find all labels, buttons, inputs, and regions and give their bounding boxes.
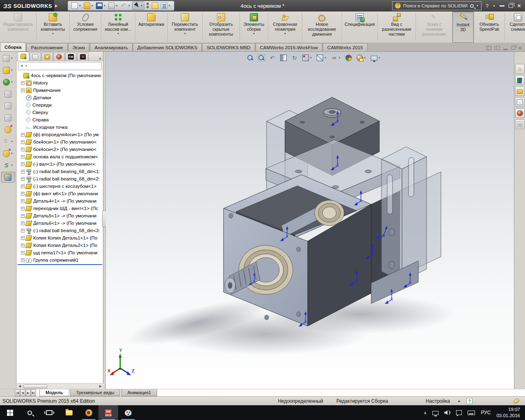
insert-component-tool[interactable]: ▼ bbox=[1, 65, 15, 75]
start-button[interactable] bbox=[0, 405, 20, 420]
chevron-down-icon[interactable]: ▼ bbox=[117, 32, 119, 35]
rotate-view-button[interactable]: ↻ bbox=[290, 54, 299, 62]
tree-item-component[interactable]: +Копия Копия Деталь1<1> (По bbox=[17, 234, 103, 242]
tree-item-component[interactable]: +Деталь6<1> -> (По умолчани bbox=[17, 219, 103, 227]
expand-toggle[interactable]: + bbox=[21, 192, 25, 196]
tab-solidworks-mbd[interactable]: SOLIDWORKS MBD bbox=[202, 43, 255, 51]
clock[interactable]: 19:07 03.01.2016 bbox=[496, 406, 520, 419]
help-button[interactable]: ? bbox=[486, 3, 488, 9]
options-button[interactable] bbox=[151, 2, 159, 10]
tree-item-origin[interactable]: ↕↔Исходная точка bbox=[17, 123, 103, 131]
hidden-tool-1[interactable] bbox=[1, 100, 15, 111]
apply-scene-button[interactable]: ▼ bbox=[356, 54, 367, 62]
custom-properties-tab[interactable] bbox=[515, 119, 525, 129]
show-hidden-components-button[interactable]: Отобразить скрытые компоненты bbox=[203, 11, 240, 43]
reference-geometry-button[interactable]: Справочная геометрия▼ bbox=[268, 11, 302, 43]
menu-expand-arrow-icon[interactable]: ▶ bbox=[55, 4, 58, 8]
component-pattern-tool[interactable]: ▼ bbox=[1, 136, 15, 147]
tab-animation1[interactable]: Анимация1 bbox=[121, 389, 157, 396]
feature-manager-tab[interactable] bbox=[18, 52, 29, 61]
help-dropdown-icon[interactable]: ▼ bbox=[493, 5, 495, 7]
take-snapshot-button[interactable]: Сделать снимок bbox=[505, 11, 525, 43]
exploded-view-button[interactable]: Вид с разнесенными частями bbox=[378, 11, 415, 43]
chevron-down-icon[interactable]: ▼ bbox=[253, 32, 255, 35]
mate-tool[interactable]: ▼ bbox=[1, 77, 15, 87]
instant-3d-button[interactable]: Instant 3D bbox=[452, 11, 474, 43]
scrollbar-thumb[interactable] bbox=[23, 384, 47, 388]
custom-status[interactable]: Настройка bbox=[419, 398, 457, 404]
home-tab[interactable]: ⌂ bbox=[515, 64, 525, 74]
firefox-button[interactable] bbox=[79, 405, 98, 420]
search-icon[interactable] bbox=[470, 4, 474, 8]
section-view-button[interactable] bbox=[279, 54, 288, 62]
paint-button[interactable] bbox=[118, 405, 138, 420]
save-button[interactable]: ▼ bbox=[95, 2, 107, 10]
instant3d-tool[interactable] bbox=[1, 172, 15, 183]
smart-fasteners-button[interactable]: Автокрепежи bbox=[135, 11, 167, 43]
tree-item-component[interactable]: +(-) radial ball bearing_68_din<3: bbox=[17, 227, 103, 234]
expand-toggle[interactable]: + bbox=[21, 162, 25, 166]
language-indicator[interactable]: РУС bbox=[481, 410, 491, 415]
rotate-component-tool[interactable] bbox=[1, 89, 15, 99]
chevron-down-icon[interactable]: ▼ bbox=[364, 57, 366, 59]
camworks-feature-tab[interactable]: CW bbox=[65, 52, 77, 61]
chevron-down-icon[interactable]: ▼ bbox=[324, 57, 326, 59]
rebuild-button[interactable] bbox=[145, 2, 150, 10]
hide-show-items-button[interactable]: ∞▼ bbox=[330, 54, 342, 62]
bill-of-materials-button[interactable]: Спецификация bbox=[342, 11, 377, 43]
tree-item-top-plane[interactable]: Сверху bbox=[17, 109, 103, 116]
expand-toggle[interactable]: + bbox=[21, 133, 25, 137]
expand-toggle[interactable]: + bbox=[21, 199, 25, 203]
tab-layout[interactable]: Расположение bbox=[26, 43, 67, 51]
expand-toggle[interactable]: + bbox=[21, 207, 25, 210]
tray-chevron-up-icon[interactable]: ∧ bbox=[424, 411, 427, 415]
tree-item-component[interactable]: +переходник ШД - винт<1> (Пс bbox=[17, 205, 103, 212]
view-palette-tab[interactable] bbox=[515, 97, 525, 107]
appearances-tab[interactable] bbox=[515, 108, 525, 118]
network-icon[interactable] bbox=[432, 411, 438, 415]
expand-toggle[interactable]: + bbox=[21, 251, 25, 255]
tab-sketch[interactable]: Эскиз bbox=[68, 43, 90, 51]
pane-left-icon[interactable] bbox=[486, 46, 491, 50]
tree-item-component[interactable]: +(-) шестерня с косозубом<1> bbox=[17, 183, 103, 190]
tree-item-component[interactable]: +(ф) второедля4оси<1> (По ум bbox=[17, 131, 103, 138]
tree-item-component[interactable]: +бок4оси<2> (По умолчанию< bbox=[17, 146, 103, 153]
display-style-button[interactable]: ▼ bbox=[316, 54, 327, 62]
explode-line-sketch-button[interactable]: Эскиз с линиями разнесения bbox=[416, 11, 452, 43]
tree-item-component[interactable]: +Деталь4<1> -> (По умолчани bbox=[17, 197, 103, 205]
select-tool-button[interactable]: ▼ bbox=[132, 2, 144, 10]
new-document-button[interactable]: ▼ bbox=[71, 2, 82, 10]
doc-minimize-button[interactable] bbox=[503, 49, 508, 50]
view-settings-button[interactable]: ▼ bbox=[370, 55, 381, 62]
file-explorer-button[interactable] bbox=[59, 405, 79, 420]
tree-item-component[interactable]: +(ф) винт м6<1> (По умолчани bbox=[17, 190, 103, 197]
tree-horizontal-scrollbar[interactable]: ◀ ▶ bbox=[17, 383, 103, 389]
smart-fasteners-tool[interactable] bbox=[1, 124, 15, 135]
action-center-icon[interactable] bbox=[456, 410, 462, 415]
zoom-to-fit-button[interactable] bbox=[246, 54, 254, 62]
tree-filter-bar[interactable]: ▼ ▼ bbox=[18, 62, 102, 70]
tab-evaluate[interactable]: Анализировать bbox=[90, 43, 132, 51]
expand-toggle[interactable]: + bbox=[21, 258, 25, 262]
tree-item-component[interactable]: +шд nema17<1> (По умолчани bbox=[17, 249, 103, 256]
expand-toggle[interactable]: + bbox=[21, 89, 25, 92]
chevron-down-icon[interactable]: ▼ bbox=[184, 32, 186, 35]
tab-solidworks-addins[interactable]: Добавления SOLIDWORKS bbox=[133, 43, 202, 51]
print-button[interactable]: ▼ bbox=[107, 2, 119, 10]
doc-close-button[interactable]: × bbox=[518, 46, 522, 50]
task-list-button[interactable]: ▼ bbox=[160, 2, 171, 10]
tree-item-component[interactable]: +Копия Копия Деталь2<1> (По bbox=[17, 242, 103, 249]
tag-icon[interactable] bbox=[513, 398, 520, 404]
previous-view-button[interactable]: ↶ bbox=[268, 54, 276, 62]
chevron-down-icon[interactable]: ▼ bbox=[25, 65, 27, 67]
camworks-operation-tab[interactable] bbox=[77, 52, 89, 61]
tree-item-component[interactable]: +бок4оси<1> (По умолчанию< bbox=[17, 138, 103, 146]
tree-item-mates-group[interactable]: +Группа сопряжений1 bbox=[17, 256, 103, 264]
solidworks-taskbar-button[interactable]: SW2015 bbox=[98, 405, 118, 420]
tree-item-annotations[interactable]: +AПримечания bbox=[17, 87, 103, 94]
chevron-down-icon[interactable]: ▼ bbox=[338, 57, 341, 59]
pane-right-icon[interactable] bbox=[495, 46, 500, 50]
expand-toggle[interactable]: + bbox=[21, 185, 25, 188]
view-orientation-button[interactable]: ▼ bbox=[301, 54, 313, 62]
chevron-down-icon[interactable]: ▼ bbox=[310, 57, 312, 59]
